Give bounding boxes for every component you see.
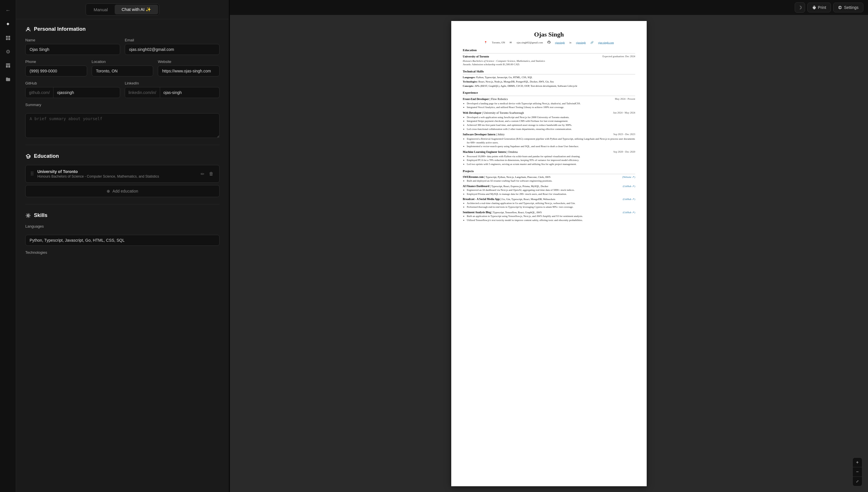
email-input[interactable] xyxy=(125,44,220,55)
resume-location-icon: 📍 xyxy=(484,41,487,45)
github-field-group: GitHub github.com/ xyxy=(25,81,120,98)
languages-input[interactable] xyxy=(25,235,220,246)
svg-rect-1 xyxy=(8,36,10,38)
exp-dates-3: Sep 2020 - Dec 2020 xyxy=(613,150,635,154)
exp-dates-2: Sep 2023 - Dec 2023 xyxy=(613,132,635,136)
education-entry-0: ⠿ University of Toronto Honours Bachelor… xyxy=(25,165,220,183)
proj-header-2: Broadcast - A Social Media App | Go, Gin… xyxy=(463,197,635,201)
editor-content: Personal Information Name Email Phone Lo… xyxy=(16,19,229,492)
svg-rect-6 xyxy=(8,65,10,68)
personal-info-title: Personal Information xyxy=(34,26,85,32)
resume-lang-value: Python, Typescript, Javascript, Go, HTML… xyxy=(476,76,532,79)
languages-field-group: Languages xyxy=(25,224,220,246)
summary-input[interactable] xyxy=(25,113,220,138)
languages-label: Languages xyxy=(25,224,220,228)
location-input[interactable] xyxy=(92,66,153,76)
email-field-group: Email xyxy=(125,38,220,55)
drag-handle[interactable]: ⠿ xyxy=(30,171,34,177)
technologies-label: Technologies xyxy=(25,250,220,255)
location-field-group: Location xyxy=(92,59,153,76)
exp-bullets-1: Developed a web application using JavaSc… xyxy=(463,116,635,131)
exp-title-3: Machine Learning Engineer Intern | Omden… xyxy=(463,150,518,154)
exp-title-1: Web Developer | University of Toronto Sc… xyxy=(463,111,524,115)
phone-field-group: Phone xyxy=(25,59,87,76)
exp-bullet: Developed a web application using JavaSc… xyxy=(467,116,635,119)
name-input[interactable] xyxy=(25,44,120,55)
resume-skills-concepts: Concepts: APIs (REST, GraphQL), Agile, D… xyxy=(463,84,635,88)
resume-edu-graduation: Expected graduation: Dec 2024 xyxy=(602,55,635,58)
proj-bullet: Engineered an AI dashboard via Next.js a… xyxy=(467,188,635,192)
proj-link-0[interactable]: (Website ↗) xyxy=(622,175,635,179)
resume-edu-degree: Honours Bachelors of Science - Computer … xyxy=(463,59,635,63)
delete-education-button[interactable]: 🗑 xyxy=(208,170,215,178)
tab-ai[interactable]: Chat with AI ✨ xyxy=(115,5,158,15)
resume-github-link[interactable]: ojassingh xyxy=(555,41,565,45)
edit-education-button[interactable]: ✏ xyxy=(199,170,205,178)
folder-icon[interactable] xyxy=(2,74,14,85)
tab-group: Manual Chat with AI ✨ xyxy=(85,3,159,16)
resume-github-icon xyxy=(548,41,550,45)
add-education-icon: ⊕ xyxy=(107,189,110,193)
zoom-out-button[interactable]: − xyxy=(853,467,862,476)
theme-toggle-button[interactable]: ☽ xyxy=(795,2,805,13)
project-entry-1: AI Finance Dashboard | Typescript, React… xyxy=(463,184,635,196)
zoom-in-button[interactable]: + xyxy=(853,458,862,467)
resume-edu-school: University of Toronto xyxy=(463,55,489,58)
exp-bullet: Engineered a Retrieval Augmented Generat… xyxy=(467,137,635,144)
settings-button[interactable]: Settings xyxy=(833,3,863,13)
edu-degree: Honours Bachelors of Science - Computer … xyxy=(38,174,196,178)
preview-toolbar: ☽ Print Settings xyxy=(230,0,868,15)
exp-bullet: Developed a landing page for a medical d… xyxy=(467,102,635,105)
proj-link-1[interactable]: (GitHub ↗) xyxy=(623,184,635,188)
resume-email-icon: ✉ xyxy=(510,41,512,45)
resume-linkedin-link[interactable]: ojassingh xyxy=(576,41,586,45)
svg-rect-2 xyxy=(6,38,7,40)
proj-bullets-3: Built an application in Typescript using… xyxy=(463,214,635,222)
exp-bullet: Integrated Vercel Analytics, and utilize… xyxy=(467,105,635,109)
proj-header-1: AI Finance Dashboard | Typescript, React… xyxy=(463,184,635,188)
resume-name: Ojas Singh xyxy=(463,30,635,39)
name-field-group: Name xyxy=(25,38,120,55)
proj-bullet: Performed thorough end-to-end tests in T… xyxy=(467,205,635,209)
print-button[interactable]: Print xyxy=(808,3,831,13)
tab-manual[interactable]: Manual xyxy=(87,5,115,15)
layout-icon[interactable] xyxy=(2,60,14,71)
proj-link-2[interactable]: (GitHub ↗) xyxy=(623,197,635,201)
template-icon[interactable] xyxy=(2,32,14,44)
proj-link-3[interactable]: (GitHub ↗) xyxy=(623,211,635,214)
settings-icon[interactable]: ⚙ xyxy=(2,46,14,57)
linkedin-input[interactable] xyxy=(160,88,220,98)
proj-bullet: Employed Prisma and MySQL to manage data… xyxy=(467,192,635,196)
experience-container: Front-End Developer | Flow Robotics May … xyxy=(463,97,635,166)
projects-container: SWEResume.com | Typescript, Python, Next… xyxy=(463,175,635,222)
proj-bullet: Built an application in Typescript using… xyxy=(467,214,635,218)
resume-skills-tech: Technologies: React, Next.js, Node.js, M… xyxy=(463,80,635,83)
exp-bullet: Led two sprints with 5 engineers, servin… xyxy=(467,163,635,166)
experience-entry-0: Front-End Developer | Flow Robotics May … xyxy=(463,97,635,109)
location-label: Location xyxy=(92,59,153,64)
exp-title-0: Front-End Developer | Flow Robotics xyxy=(463,97,508,101)
website-input[interactable] xyxy=(158,66,220,76)
star-icon[interactable]: ✦ xyxy=(2,18,14,30)
resume-concepts-label: Concepts: xyxy=(463,84,474,88)
add-education-button[interactable]: ⊕ Add education xyxy=(25,185,220,197)
proj-bullets-0: Built and deployed an AI resume-crafting… xyxy=(463,179,635,183)
back-icon[interactable]: ← xyxy=(2,5,14,16)
skills-header: Skills xyxy=(25,212,220,218)
resume-skills-section: Technical Skills xyxy=(463,69,635,74)
tabs-bar: Manual Chat with AI ✨ xyxy=(16,0,229,19)
linkedin-input-group: linkedin.com/in/ xyxy=(125,87,220,98)
resume-projects-section: Projects xyxy=(463,169,635,174)
summary-label: Summary xyxy=(25,103,220,107)
resume-website-link[interactable]: ojas-singh.com xyxy=(598,41,614,45)
divider-2 xyxy=(25,204,220,204)
exp-bullet: Implemented a vector-search query using … xyxy=(467,145,635,148)
github-input[interactable] xyxy=(53,88,120,98)
name-label: Name xyxy=(25,38,120,42)
zoom-fit-button[interactable]: ⤢ xyxy=(853,477,862,486)
zoom-controls: + − ⤢ xyxy=(852,458,862,486)
resume-location: Toronto, ON xyxy=(492,41,505,45)
svg-rect-3 xyxy=(8,38,10,40)
phone-input[interactable] xyxy=(25,66,87,76)
project-entry-0: SWEResume.com | Typescript, Python, Next… xyxy=(463,175,635,183)
